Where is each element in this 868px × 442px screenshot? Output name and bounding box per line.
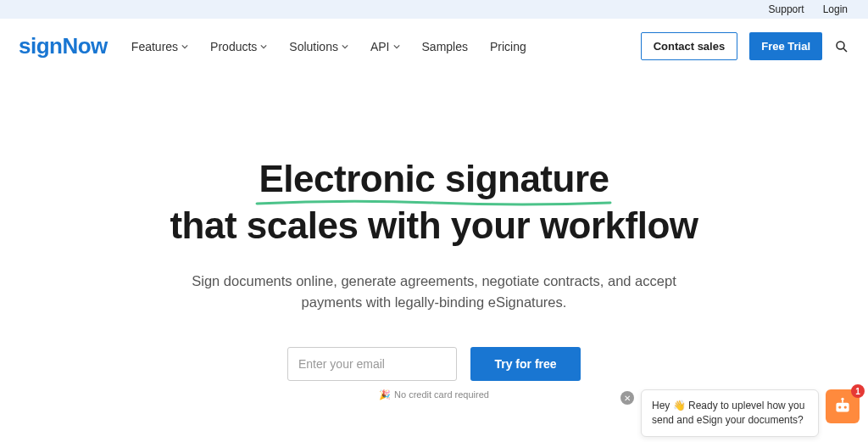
hero-subhead: Sign documents online, generate agreemen… [171, 271, 697, 313]
svg-point-4 [844, 406, 847, 409]
nav-products[interactable]: Products [210, 40, 267, 53]
chevron-down-icon [393, 43, 400, 50]
nav-features-label: Features [131, 40, 178, 53]
hero-line1: Electronic signature [259, 158, 609, 199]
svg-rect-2 [836, 403, 849, 412]
nav-api[interactable]: API [370, 40, 400, 53]
main-header: signNow Features Products Solutions API … [0, 19, 868, 74]
nav-samples[interactable]: Samples [422, 40, 468, 53]
email-input[interactable] [287, 347, 457, 381]
party-emoji-icon: 🎉 [379, 389, 391, 400]
chevron-down-icon [342, 43, 348, 50]
nav-products-label: Products [210, 40, 257, 53]
nav-pricing[interactable]: Pricing [490, 40, 526, 53]
svg-point-6 [841, 398, 843, 400]
chat-widget: ✕ Hey 👋 Ready to uplevel how you send an… [620, 389, 860, 437]
login-link[interactable]: Login [823, 3, 848, 15]
underline-decoration-icon [255, 199, 612, 207]
hero-headline: Electronic signature that scales with yo… [34, 155, 834, 249]
chat-launcher-button[interactable]: 1 [826, 389, 860, 423]
svg-point-0 [837, 42, 844, 49]
support-link[interactable]: Support [769, 3, 804, 15]
try-for-free-button[interactable]: Try for free [470, 347, 581, 381]
robot-icon [832, 395, 854, 417]
search-icon[interactable] [834, 39, 849, 54]
contact-sales-button[interactable]: Contact sales [641, 32, 738, 60]
cta-row: Try for free [34, 347, 834, 381]
chat-bubble[interactable]: Hey 👋 Ready to uplevel how you send and … [641, 389, 819, 437]
svg-line-1 [843, 48, 847, 52]
nav-solutions[interactable]: Solutions [289, 40, 348, 53]
primary-nav: Features Products Solutions API Samples … [131, 40, 617, 53]
chevron-down-icon [181, 43, 188, 50]
chat-close-icon[interactable]: ✕ [620, 391, 634, 405]
nav-solutions-label: Solutions [289, 40, 338, 53]
brand-logo[interactable]: signNow [19, 33, 108, 59]
nav-features[interactable]: Features [131, 40, 188, 53]
free-trial-button[interactable]: Free Trial [749, 32, 822, 60]
nav-api-label: API [370, 40, 390, 53]
chevron-down-icon [260, 43, 267, 50]
cc-note-text: No credit card required [394, 389, 489, 400]
svg-point-3 [838, 406, 841, 409]
top-utility-bar: Support Login [0, 0, 868, 19]
hero-section: Electronic signature that scales with yo… [0, 74, 868, 400]
header-actions: Contact sales Free Trial [641, 32, 849, 60]
hero-line2: that scales with your workflow [170, 204, 698, 246]
